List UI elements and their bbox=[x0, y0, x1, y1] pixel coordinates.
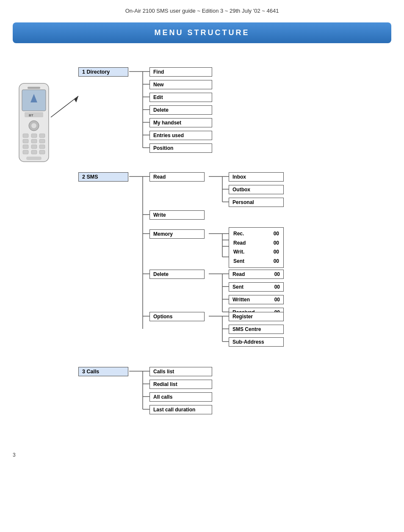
entries-used-item: Entries used bbox=[149, 131, 212, 140]
svg-rect-13 bbox=[31, 145, 37, 149]
all-calls-item: All calls bbox=[149, 392, 212, 402]
find-item: Find bbox=[149, 67, 212, 77]
svg-text:BT: BT bbox=[29, 113, 33, 117]
svg-rect-12 bbox=[23, 145, 28, 149]
svg-rect-14 bbox=[39, 145, 45, 149]
delete-written-item: Written 00 bbox=[229, 295, 284, 304]
page-number: 3 bbox=[13, 452, 16, 458]
sms-centre-item: SMS Centre bbox=[229, 325, 284, 334]
new-item: New bbox=[149, 80, 212, 89]
last-call-duration-item: Last call duration bbox=[149, 405, 212, 414]
sms-options-item: Options bbox=[149, 312, 205, 321]
delete-item: Delete bbox=[149, 105, 212, 115]
phone-to-menu-arrow bbox=[49, 94, 83, 119]
sub-address-item: Sub-Address bbox=[229, 337, 284, 347]
sms-read-item: Read bbox=[149, 172, 205, 182]
svg-rect-11 bbox=[39, 139, 45, 143]
svg-marker-22 bbox=[74, 96, 78, 102]
svg-rect-18 bbox=[26, 157, 42, 160]
svg-rect-17 bbox=[39, 150, 45, 154]
svg-line-21 bbox=[51, 96, 78, 117]
register-item: Register bbox=[229, 312, 284, 321]
position-item: Position bbox=[149, 143, 212, 153]
svg-rect-2 bbox=[28, 87, 40, 89]
personal-item: Personal bbox=[229, 198, 284, 207]
phone-image: BT bbox=[13, 81, 59, 168]
svg-rect-15 bbox=[23, 150, 28, 154]
sms-write-item: Write bbox=[149, 210, 205, 220]
svg-rect-3 bbox=[25, 112, 43, 117]
inbox-item: Inbox bbox=[229, 172, 284, 182]
delete-sent-item: Sent 00 bbox=[229, 282, 284, 292]
svg-rect-6 bbox=[23, 134, 28, 138]
sms-menu-item: 2 SMS bbox=[78, 172, 128, 182]
memory-sub-box: Rec.00 Read00 Writ.00 Sent00 bbox=[229, 227, 284, 268]
blue-banner: MENU STRUCTURE bbox=[13, 22, 391, 43]
my-handset-item: My handset bbox=[149, 118, 212, 127]
edit-item: Edit bbox=[149, 93, 212, 102]
delete-read-item: Read 00 bbox=[229, 270, 284, 279]
redial-list-item: Redial list bbox=[149, 380, 212, 389]
svg-rect-9 bbox=[23, 139, 28, 143]
calls-list-item: Calls list bbox=[149, 367, 212, 376]
svg-rect-16 bbox=[31, 150, 37, 154]
svg-rect-8 bbox=[39, 134, 45, 138]
svg-point-5 bbox=[31, 123, 36, 128]
directory-menu-item: 1 Directory bbox=[78, 67, 128, 77]
sms-memory-item: Memory bbox=[149, 229, 205, 239]
svg-rect-10 bbox=[31, 139, 37, 143]
calls-menu-item: 3 Calls bbox=[78, 367, 128, 376]
sms-delete-item: Delete bbox=[149, 270, 205, 279]
page-header: On-Air 2100 SMS user guide ~ Edition 3 ~… bbox=[0, 0, 404, 18]
outbox-item: Outbox bbox=[229, 185, 284, 194]
svg-rect-7 bbox=[31, 134, 37, 138]
